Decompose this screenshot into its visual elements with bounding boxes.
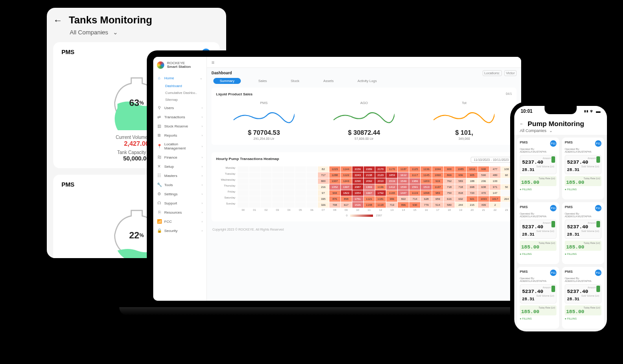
tab-activity-logs[interactable]: Activity Logs: [351, 78, 383, 84]
sidebar-sub-item[interactable]: Cumulative Dashbo..: [153, 89, 206, 96]
heatmap-cell: 1853: [386, 172, 397, 178]
company-filter[interactable]: All Companies ⌄: [520, 128, 601, 133]
sidebar-item-support[interactable]: ☊Support›: [153, 199, 206, 208]
heatmap-cell: 1386: [409, 178, 420, 184]
heatmap-cell: 470: [478, 190, 489, 196]
sidebar-item-tools[interactable]: 🔧Tools›: [153, 180, 206, 189]
location-filter[interactable]: Locations: Victor: [481, 71, 517, 75]
sidebar-item-stock-reserve[interactable]: ▥Stock Reserve›: [153, 121, 206, 131]
pump-card[interactable]: PMSP11Operated By:ADEMOLA MUSTAPHAAmount…: [562, 202, 604, 264]
heatmap-cell: 1187: [398, 166, 409, 172]
heatmap-cell: 936: [455, 172, 466, 178]
pump-status: FILLING: [520, 317, 556, 320]
heatmap-cell: 1526: [352, 202, 363, 208]
heatmap-cell: [306, 190, 317, 196]
sidebar-item-location-management[interactable]: 📍Location Management›: [153, 140, 206, 153]
sidebar-item-reports[interactable]: 🗎Reports›: [153, 131, 206, 140]
sidebar-item-home[interactable]: ⌂Home⌄: [153, 73, 206, 83]
heatmap-cell: 216: [318, 184, 329, 190]
heatmap-cell: [249, 190, 260, 196]
sidebar-icon: 📶: [157, 219, 161, 224]
tab-sales[interactable]: Sales: [252, 78, 273, 84]
heatmap-cell: 762: [444, 178, 455, 184]
pump-card[interactable]: PMSP11Operated By:ADEMOLA MUSTAPHAAmount…: [562, 138, 604, 199]
pump-status: FILLING: [520, 188, 556, 191]
back-icon[interactable]: ←: [53, 15, 62, 26]
heatmap-cell: [295, 166, 306, 172]
pump-badge: P11: [550, 140, 556, 147]
heatmap-cell: 2289: [364, 166, 375, 172]
nozzle-icon: [596, 286, 600, 292]
heatmap-cell: 2243: [352, 172, 363, 178]
sidebar-sub-item[interactable]: Sitemap: [153, 96, 206, 103]
sidebar-sub-item[interactable]: Dashboard: [153, 83, 206, 89]
sidebar-item-finance[interactable]: ₪Finance›: [153, 153, 206, 162]
heatmap-cell: 1119: [409, 190, 420, 196]
heatmap-cell: 1513: [421, 184, 432, 190]
chevron-right-icon: ›: [201, 229, 203, 233]
sidebar-icon: ⌂: [157, 76, 161, 80]
sales-card-pms[interactable]: PMS$ 70704.53291,254.00 Ltr: [216, 101, 312, 140]
heatmap-cell: [306, 172, 317, 178]
pump-card[interactable]: PMSP11Operated By:ADEMOLA MUSTAPHAAmount…: [562, 267, 604, 329]
tab-assets[interactable]: Assets: [317, 78, 340, 84]
sales-card-tot[interactable]: Tot$ 101,349,060: [417, 101, 512, 140]
pump-display: Amount (₦)5237.40Sold Volume (Ltr)28.31: [520, 155, 556, 174]
pump-card[interactable]: PMSP11Operated By:ADEMOLA MUSTAPHAAmount…: [517, 202, 559, 264]
chevron-right-icon: ›: [201, 201, 203, 205]
chevron-right-icon: ⌄: [200, 76, 203, 80]
pump-display: Amount (₦)5237.40Sold Volume (Ltr)28.31: [520, 284, 556, 303]
back-icon[interactable]: ←: [520, 121, 524, 126]
heatmap-cell: 499: [478, 202, 489, 208]
heatmap-cell: 616: [444, 196, 455, 202]
heatmap-cell: 1751: [352, 196, 363, 202]
heatmap-cell: [261, 202, 272, 208]
heatmap-cell: 1144: [341, 166, 352, 172]
heatmap-cell: 750: [444, 190, 455, 196]
sidebar-item-users[interactable]: ⚲Users›: [153, 103, 206, 112]
heatmap-cell: [272, 190, 283, 196]
heatmap-cell: 1667: [364, 190, 375, 196]
nozzle-icon: [551, 221, 555, 227]
brand-logo-icon: [157, 61, 164, 69]
heatmap-cell: [284, 166, 295, 172]
heatmap-cell: 1412: [386, 184, 397, 190]
heatmap-cell: [238, 172, 249, 178]
sidebar-item-masters[interactable]: ☷Masters›: [153, 171, 206, 180]
sidebar-item-transactions[interactable]: ⇄Transactions›: [153, 112, 206, 121]
heatmap-cell: 1137: [432, 184, 443, 190]
heatmap-cell: 1148: [364, 202, 375, 208]
sidebar-item-setup[interactable]: ✕Setup›: [153, 162, 206, 171]
pump-card[interactable]: PMSP11Operated By:ADEMOLA MUSTAPHAAmount…: [517, 138, 559, 199]
tab-stock[interactable]: Stock: [284, 78, 306, 84]
heatmap-title: Hourly Pump Transactions Heatmap: [216, 157, 279, 163]
heatmap-cell: 708: [329, 202, 340, 208]
heatmap-cell: 1223: [329, 166, 340, 172]
sidebar-item-settings[interactable]: ⚙Settings›: [153, 189, 206, 199]
nozzle-icon: [596, 221, 600, 227]
heatmap-cell: 1519: [386, 178, 397, 184]
heatmap-cell: 983: [432, 190, 443, 196]
heatmap-cell: [284, 190, 295, 196]
pump-card[interactable]: PMSP11Operated By:ADEMOLA MUSTAPHAAmount…: [517, 267, 559, 329]
pump-display: Amount (₦)5237.40Sold Volume (Ltr)28.31: [565, 155, 601, 174]
sidebar-icon: ✕: [157, 164, 161, 169]
sidebar-item-resources[interactable]: ⎘Resources›: [153, 208, 206, 217]
tab-summary[interactable]: Summary: [213, 78, 241, 84]
sidebar-item-security[interactable]: 🔒Security›: [153, 226, 206, 235]
chevron-right-icon: ›: [201, 106, 203, 110]
heatmap-cell: [261, 166, 272, 172]
date-range-picker[interactable]: 11/10/2023 - 10/11/2023: [471, 157, 512, 163]
heatmap-cell: 477: [490, 166, 501, 172]
sales-card-ago[interactable]: AGO$ 30872.4457,806.00 Ltr: [316, 101, 412, 140]
heatmap-cell: 713: [386, 202, 397, 208]
menu-toggle-icon[interactable]: ≡: [211, 60, 214, 65]
heatmap-row-label: Thursday: [216, 184, 237, 190]
company-filter[interactable]: All Companies ⌄: [70, 29, 220, 36]
status-icons: ▮▮ ᯤ ▬: [584, 109, 601, 114]
heatmap-cell: [284, 184, 295, 190]
sidebar-icon: ⎘: [157, 210, 161, 215]
heatmap-cell: [272, 172, 283, 178]
sidebar-item-fcc[interactable]: 📶FCC›: [153, 217, 206, 226]
heatmap-cell: 100: [490, 178, 501, 184]
